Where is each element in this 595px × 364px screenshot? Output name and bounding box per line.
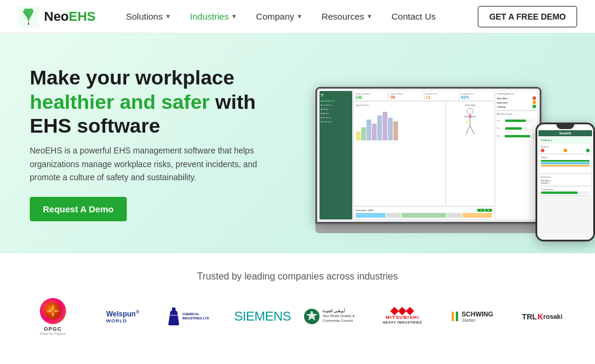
navbar: NeoEHS Solutions ▼ Industries ▼ Company …	[0, 0, 595, 33]
nav-item-industries[interactable]: Industries ▼	[181, 7, 245, 26]
laptop-base	[315, 224, 553, 233]
trust-section: Trusted by leading companies across indu…	[0, 253, 595, 346]
nav-item-solutions[interactable]: Solutions ▼	[118, 7, 180, 26]
phone-mockup: NeoEHS Pending: 5 Actions Status	[536, 123, 595, 241]
chevron-down-icon: ▼	[367, 13, 372, 20]
svg-line-6	[470, 125, 474, 134]
nav-item-resources[interactable]: Resources ▼	[313, 7, 381, 26]
phone-notch	[556, 124, 574, 129]
chemical-logo: CHEMICAL INDUSTRIES LTD	[164, 299, 222, 334]
svg-rect-11	[170, 315, 178, 316]
laptop-mockup: ☰ ■ Dashboard ■ Incidents ■ Risks ■ Audi…	[315, 87, 553, 247]
trust-heading: Trusted by leading companies across indu…	[24, 271, 571, 282]
hero-section: Make your workplace healthier and safer …	[0, 33, 595, 253]
svg-point-7	[468, 115, 472, 118]
dashboard-preview: ☰ ■ Dashboard ■ Incidents ■ Risks ■ Audi…	[317, 89, 540, 222]
laptop-screen: ☰ ■ Dashboard ■ Incidents ■ Risks ■ Audi…	[315, 87, 541, 224]
welspun-logo: Welspun® WORLD	[94, 299, 152, 334]
logo-text: NeoEHS	[44, 9, 96, 24]
hero-description: NeoEHS is a powerful EHS management soft…	[30, 144, 262, 184]
hero-devices: ☰ ■ Dashboard ■ Incidents ■ Risks ■ Audi…	[315, 51, 595, 253]
logo-icon	[18, 6, 39, 27]
svg-point-2	[467, 108, 473, 114]
opgc-logo: OPGC Power for Progress	[24, 299, 82, 334]
nav-links: Solutions ▼ Industries ▼ Company ▼ Resou…	[118, 7, 444, 26]
schwing-stetter-logo: SCHWING Stetter	[443, 299, 502, 334]
siemens-logo: SIEMENS	[234, 299, 292, 334]
abudhabi-logo: أبوظبي للجودة Abu Dhabi Quality & Confor…	[303, 299, 362, 334]
nav-item-contact[interactable]: Contact Us	[383, 7, 444, 26]
chevron-down-icon: ▼	[165, 13, 171, 20]
svg-line-5	[466, 125, 470, 134]
svg-rect-1	[28, 23, 29, 25]
chevron-down-icon: ▼	[231, 13, 237, 20]
hero-title: Make your workplace healthier and safer …	[30, 65, 262, 138]
company-logos: OPGC Power for Progress Welspun® WORLD C…	[24, 299, 571, 334]
logo[interactable]: NeoEHS	[18, 6, 96, 27]
hero-content: Make your workplace healthier and safer …	[30, 65, 262, 222]
request-demo-button[interactable]: Request A Demo	[30, 197, 127, 221]
trl-krosaki-logo: TRL K rosaki	[513, 299, 572, 334]
mitsubishi-logo: MITSUBISHI HEAVY INDUSTRIES	[374, 299, 432, 334]
svg-point-8	[466, 121, 468, 124]
get-free-demo-button[interactable]: GET A FREE DEMO	[478, 6, 577, 27]
phone-screen: NeoEHS Pending: 5 Actions Status	[537, 129, 593, 241]
nav-item-company[interactable]: Company ▼	[248, 7, 311, 26]
chevron-down-icon: ▼	[297, 13, 303, 20]
